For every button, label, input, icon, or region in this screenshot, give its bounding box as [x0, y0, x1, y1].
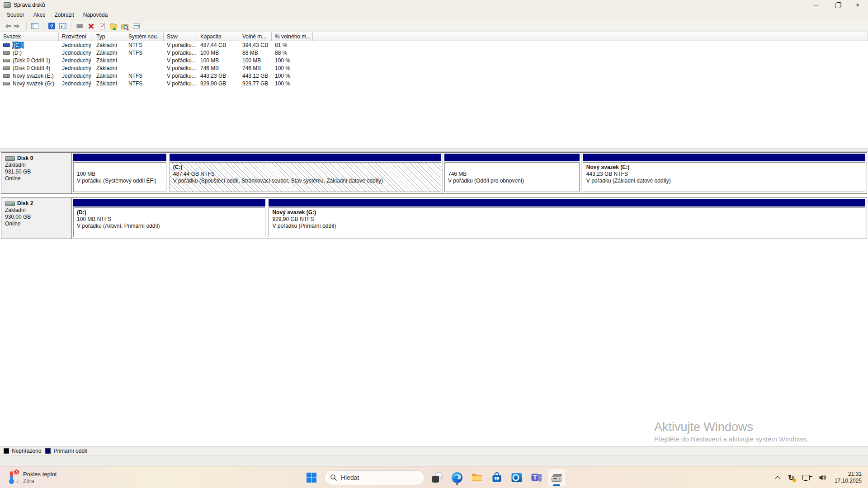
partition-recovery[interactable]: 746 MB V pořádku (Oddíl pro obnovení): [443, 153, 581, 193]
outlook-button[interactable]: [508, 469, 526, 487]
folder-up-icon[interactable]: [109, 22, 118, 30]
toolbar-separator: [71, 22, 71, 30]
teams-button[interactable]: [528, 469, 546, 487]
disk-management-app-icon: [4, 2, 11, 8]
properties-icon[interactable]: [132, 22, 140, 30]
column-svazek[interactable]: Svazek: [0, 32, 59, 41]
microsoft-store-button[interactable]: [488, 469, 506, 487]
column-typ[interactable]: Typ: [93, 32, 125, 41]
action-pane-icon[interactable]: [59, 22, 67, 30]
column-stav[interactable]: Stav: [164, 32, 197, 41]
minimize-icon: [814, 5, 818, 5]
microsoft-store-icon: [491, 472, 503, 483]
cell-free-pct: 100 %: [272, 56, 313, 64]
cell-status: V pořádku...: [164, 49, 197, 56]
partition-status: V pořádku (Oddíl pro obnovení): [448, 178, 576, 184]
edge-icon: [451, 472, 463, 483]
status-popup-icon[interactable]: [75, 22, 84, 30]
volume-tray-button[interactable]: [816, 469, 830, 486]
file-explorer-button[interactable]: [468, 469, 486, 487]
partition-e[interactable]: Nový svazek (E:) 443,23 GB NTFS V pořádk…: [581, 153, 867, 193]
partition-d[interactable]: (D:) 100 MB NTFS V pořádku (Aktivní, Pri…: [72, 198, 267, 239]
column-filler: [313, 32, 868, 41]
disk-2-row: Disk 2 Základní 930,00 GB Online (D:) 10…: [1, 197, 867, 239]
console-tree-icon[interactable]: [31, 22, 39, 30]
hidden-icons-button[interactable]: [772, 469, 783, 486]
close-button[interactable]: ×: [847, 0, 868, 10]
screen: Správa disků × Soubor Akce Zobrazit Nápo…: [0, 0, 868, 488]
cell-free-pct: 100 %: [272, 72, 313, 80]
unallocated-swatch: [4, 448, 9, 454]
column-rozvrzeni[interactable]: Rozvržení: [59, 32, 93, 41]
taskbar-search[interactable]: [324, 470, 425, 485]
disk-2-label[interactable]: Disk 2 Základní 930,00 GB Online: [1, 198, 72, 239]
volume-row-disk0-oddil1[interactable]: (Disk 0 Oddíl 1) Jednoduchý Základní V p…: [0, 56, 868, 64]
disk-0-label[interactable]: Disk 0 Základní 931,50 GB Online: [1, 153, 72, 193]
clock[interactable]: 21:31 17.10.2025: [832, 471, 864, 484]
partition-title: [77, 164, 163, 171]
disk-management-taskbar-button[interactable]: [547, 469, 566, 487]
column-procent-volneho[interactable]: % volného m...: [272, 32, 313, 41]
menu-zobrazit[interactable]: Zobrazit: [50, 11, 78, 19]
check-document-icon[interactable]: [98, 22, 106, 30]
volume-row-disk0-oddil4[interactable]: (Disk 0 Oddíl 4) Jednoduchý Základní V p…: [0, 64, 868, 72]
graphical-view-pane: Disk 0 Základní 931,50 GB Online 100 MB …: [0, 152, 868, 446]
pane-splitter[interactable]: [0, 148, 868, 152]
menu-bar: Soubor Akce Zobrazit Nápověda: [0, 10, 868, 20]
volume-name: (C:): [13, 42, 24, 48]
partition-color-bar: [444, 154, 580, 161]
update-icon: ↻: [788, 474, 794, 482]
folder-search-icon[interactable]: [121, 22, 129, 30]
restore-button[interactable]: [826, 0, 847, 10]
cell-free: 394,43 GB: [239, 41, 272, 49]
partition-c[interactable]: (C:) 487,44 GB NTFS V pořádku (Spouštěcí…: [168, 153, 443, 193]
cell-type: Základní: [93, 80, 125, 87]
volume-row-g[interactable]: Nový svazek (G:) Jednoduchý Základní NTF…: [0, 80, 868, 87]
teams-icon: [531, 472, 542, 483]
cell-layout: Jednoduchý: [59, 64, 93, 72]
volume-name: Nový svazek (E:): [13, 73, 54, 79]
column-kapacita[interactable]: Kapacita: [197, 32, 239, 41]
disk-type: Základní: [5, 207, 68, 214]
partition-title: [448, 164, 576, 171]
volume-list-pane: Svazek Rozvržení Typ Systém sou... Stav …: [0, 32, 868, 148]
back-icon[interactable]: [3, 22, 11, 30]
volume-table-header: Svazek Rozvržení Typ Systém sou... Stav …: [0, 32, 868, 41]
disk-icon: [5, 156, 15, 161]
disk-size: 931,50 GB: [5, 169, 68, 175]
partition-status: V pořádku (Primární oddíl): [272, 223, 862, 230]
cell-free-pct: 100 %: [272, 80, 313, 87]
help-icon[interactable]: ?: [47, 22, 56, 30]
cell-capacity: 929,90 GB: [197, 80, 239, 87]
disk-management-window: Správa disků × Soubor Akce Zobrazit Nápo…: [0, 0, 868, 466]
search-input[interactable]: [341, 474, 409, 481]
forward-icon[interactable]: [14, 22, 22, 30]
cell-type: Základní: [93, 64, 125, 72]
volume-row-d[interactable]: (D:) Jednoduchý Základní NTFS V pořádku.…: [0, 49, 868, 56]
taskbar-center: [0, 468, 868, 488]
start-button[interactable]: [302, 469, 321, 487]
edge-button[interactable]: [448, 469, 466, 487]
disk-status: Online: [5, 175, 68, 182]
volume-row-e[interactable]: Nový svazek (E:) Jednoduchý Základní NTF…: [0, 72, 868, 80]
disk-size: 930,00 GB: [5, 214, 68, 221]
minimize-button[interactable]: [806, 0, 826, 10]
task-view-button[interactable]: [428, 469, 446, 487]
delete-volume-icon[interactable]: [87, 22, 95, 30]
taskbar: ↓ 3 Pokles teplot Zítra: [0, 466, 868, 488]
menu-akce[interactable]: Akce: [29, 11, 50, 19]
network-tray-button[interactable]: [799, 469, 814, 486]
windows-update-tray-button[interactable]: ↻: [785, 469, 797, 486]
column-volne-misto[interactable]: Volné m...: [239, 32, 272, 41]
menu-napoveda[interactable]: Nápověda: [79, 11, 112, 19]
partition-color-bar: [170, 154, 441, 161]
volume-row-c[interactable]: (C:) Jednoduchý Základní NTFS V pořádku.…: [0, 41, 868, 49]
partition-g[interactable]: Nový svazek (G:) 929,90 GB NTFS V pořádk…: [267, 198, 867, 239]
disk-0-row: Disk 0 Základní 931,50 GB Online 100 MB …: [1, 152, 867, 194]
titlebar: Správa disků ×: [0, 0, 868, 10]
cell-type: Základní: [93, 41, 125, 49]
toolbar-separator: [43, 22, 43, 30]
menu-soubor[interactable]: Soubor: [3, 11, 28, 19]
column-system-souboru[interactable]: Systém sou...: [125, 32, 164, 41]
partition-efi[interactable]: 100 MB V pořádku (Systémový oddíl EFI): [72, 153, 168, 193]
